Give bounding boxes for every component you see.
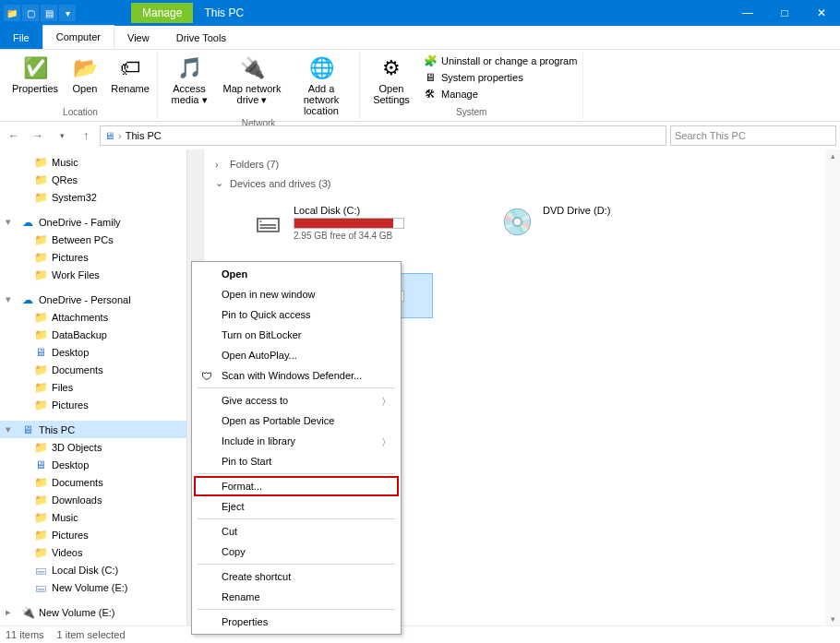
main-area: 📁Music📁QRes📁System32▾☁OneDrive - Family📁… [0, 149, 840, 625]
tree-item-sys32[interactable]: 📁System32 [0, 188, 186, 206]
manage-button[interactable]: 🛠Manage [423, 87, 577, 101]
qat-btn-2[interactable]: ▤ [41, 5, 57, 21]
view-tab[interactable]: View [114, 26, 163, 49]
tree-label: Attachments [52, 312, 108, 323]
address-bar[interactable]: 🖥 › This PC [100, 125, 666, 146]
properties-button[interactable]: ✅Properties [9, 54, 61, 105]
tree-item-vid[interactable]: 📁Videos [0, 543, 186, 561]
menu-item-include-in-library[interactable]: Include in library〉 [194, 431, 399, 451]
menu-item-copy[interactable]: Copy [194, 542, 399, 562]
tree-item-doc1[interactable]: 📁Documents [0, 361, 186, 378]
menu-item-format[interactable]: Format... [194, 476, 399, 496]
quick-access-toolbar: 📁 ▢ ▤ ▾ [0, 5, 76, 21]
map-network-drive-button[interactable]: 🔌Map network drive ▾ [221, 54, 283, 116]
tree-item-pic2[interactable]: 📁Pictures [0, 396, 186, 413]
menu-item-pin-to-quick-access[interactable]: Pin to Quick access [194, 304, 399, 325]
open-settings-button[interactable]: ⚙Open Settings [366, 54, 417, 105]
search-input[interactable]: Search This PC [670, 125, 836, 146]
menu-item-create-shortcut[interactable]: Create shortcut [194, 566, 399, 587]
tree-item-doc2[interactable]: 📁Documents [0, 473, 186, 491]
tree-item-dsk2[interactable]: 🖥Desktop [0, 456, 186, 473]
tree-label: 3D Objects [52, 442, 102, 453]
maximize-button[interactable]: □ [766, 0, 803, 26]
drive-icon: 🖴 [33, 563, 48, 578]
drive-tools-tab[interactable]: Drive Tools [163, 26, 240, 49]
context-menu: OpenOpen in new windowPin to Quick acces… [191, 261, 402, 635]
close-button[interactable]: ✕ [803, 0, 840, 26]
section-folders[interactable]: › Folders (7) [215, 155, 814, 173]
drive-local-c[interactable]: 🖴 Local Disk (C:) 2.95 GB free of 34.4 G… [221, 200, 433, 245]
tree-item-mus2[interactable]: 📁Music [0, 508, 186, 526]
menu-item-open-autoplay[interactable]: Open AutoPlay... [194, 345, 399, 365]
media-icon: 🎵 [174, 54, 204, 83]
access-media-button[interactable]: 🎵Access media ▾ [163, 54, 215, 116]
tree-label: Pictures [52, 399, 89, 411]
system-properties-button[interactable]: 🖥System properties [423, 70, 577, 85]
qat-btn-1[interactable]: ▢ [22, 5, 39, 21]
tree-item-3d[interactable]: 📁3D Objects [0, 438, 186, 456]
computer-tab[interactable]: Computer [42, 25, 114, 49]
open-icon: 📂 [70, 54, 100, 83]
tree-label: Music [52, 512, 78, 523]
tree-item-files[interactable]: 📁Files [0, 378, 186, 396]
tree-item-thispc[interactable]: ▾🖥This PC [0, 421, 186, 438]
menu-item-open-in-new-window[interactable]: Open in new window [194, 284, 399, 304]
qat-dropdown[interactable]: ▾ [59, 5, 76, 21]
tree-item-pic3[interactable]: 📁Pictures [0, 526, 186, 543]
history-dropdown[interactable]: ▾ [52, 125, 72, 146]
menu-item-properties[interactable]: Properties [194, 612, 399, 632]
tree-item-db[interactable]: 📁DataBackup [0, 326, 186, 343]
menu-item-cut[interactable]: Cut [194, 521, 399, 542]
contextual-tab-manage[interactable]: Manage [131, 3, 193, 23]
section-drives[interactable]: ⌄ Devices and drives (3) [215, 173, 814, 193]
tree-item-dsk1[interactable]: 🖥Desktop [0, 343, 186, 361]
folder-icon: 📁 [33, 440, 48, 455]
menu-item-rename[interactable]: Rename [194, 587, 399, 607]
tree-item-nve[interactable]: 🖴New Volume (E:) [0, 578, 186, 596]
menu-item-turn-on-bitlocker[interactable]: Turn on BitLocker [194, 325, 399, 345]
folder-icon: 📁 [33, 493, 48, 507]
monitor-icon: 🖥 [20, 423, 35, 437]
tree-item-odp[interactable]: ▾☁OneDrive - Personal [0, 291, 186, 308]
submenu-arrow-icon: 〉 [381, 435, 391, 449]
ribbon: ✅Properties 📂Open 🏷Rename Location 🎵Acce… [0, 50, 840, 122]
minimize-button[interactable]: — [729, 0, 766, 26]
forward-button[interactable]: → [28, 125, 48, 146]
tree-label: New Volume (E:) [39, 607, 115, 618]
tree-item-att[interactable]: 📁Attachments [0, 308, 186, 326]
tree-item-bpc[interactable]: 📁Between PCs [0, 231, 186, 248]
usb-icon: 🔌 [20, 605, 35, 620]
tree-item-dl[interactable]: 📁Downloads [0, 491, 186, 508]
ribbon-group-location: ✅Properties 📂Open 🏷Rename Location [4, 52, 158, 119]
chevron-down-icon: ⌄ [215, 177, 224, 189]
uninstall-programs-button[interactable]: 🧩Uninstall or change a program [423, 54, 577, 68]
menu-item-scan-with-windows-defender[interactable]: 🛡Scan with Windows Defender... [194, 365, 399, 386]
menu-item-open-as-portable-device[interactable]: Open as Portable Device [194, 411, 399, 431]
rename-button[interactable]: 🏷Rename [109, 54, 151, 105]
open-button[interactable]: 📂Open [66, 54, 103, 105]
add-network-location-button[interactable]: 🌐Add a network location [289, 54, 354, 116]
file-tab[interactable]: File [0, 26, 42, 49]
tree-item-odf[interactable]: ▾☁OneDrive - Family [0, 213, 186, 231]
title-bar: 📁 ▢ ▤ ▾ Manage This PC — □ ✕ [0, 0, 840, 26]
menu-item-open[interactable]: Open [194, 264, 399, 284]
menu-separator [198, 609, 395, 610]
back-button[interactable]: ← [4, 125, 24, 146]
properties-icon: ✅ [20, 54, 50, 83]
tree-item-qres[interactable]: 📁QRes [0, 171, 186, 188]
menu-item-give-access-to[interactable]: Give access to〉 [194, 390, 399, 411]
tree-item-pic1[interactable]: 📁Pictures [0, 248, 186, 266]
tree-label: DataBackup [52, 329, 107, 340]
breadcrumb-this-pc[interactable]: This PC [126, 130, 162, 141]
tree-item-music[interactable]: 📁Music [0, 153, 186, 171]
up-button[interactable]: ↑ [76, 125, 96, 146]
content-scrollbar[interactable]: ▴▾ [825, 149, 840, 625]
tree-item-ldc[interactable]: 🖴Local Disk (C:) [0, 561, 186, 578]
menu-item-eject[interactable]: Eject [194, 496, 399, 517]
map-drive-icon: 🔌 [237, 54, 267, 83]
tree-item-wf[interactable]: 📁Work Files [0, 266, 186, 283]
caret-icon: ▾ [6, 293, 17, 305]
tree-item-nve2[interactable]: ▸🔌New Volume (E:) [0, 603, 186, 621]
drive-dvd-d[interactable]: 💿 DVD Drive (D:) [470, 200, 682, 245]
menu-item-pin-to-start[interactable]: Pin to Start [194, 451, 399, 471]
